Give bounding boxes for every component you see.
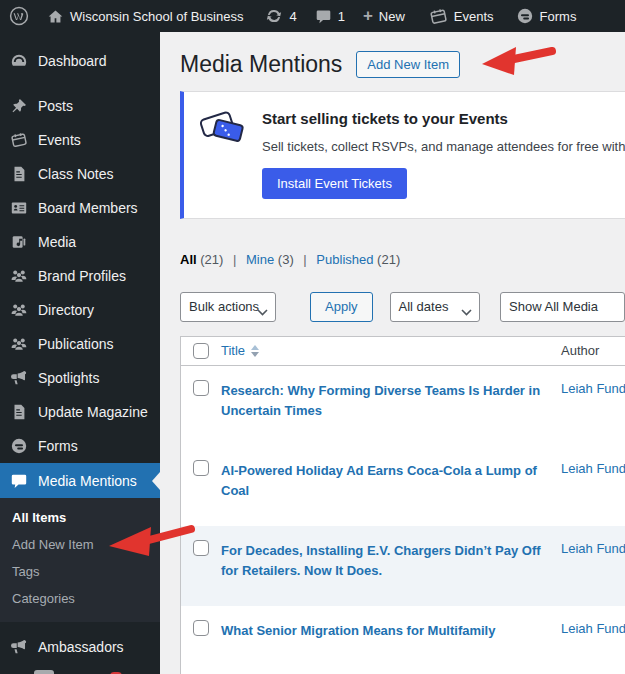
sidebar-item-events[interactable]: Events (0, 123, 160, 157)
sidebar-item-label: Dashboard (38, 53, 107, 69)
update-count: 4 (289, 9, 296, 24)
wordpress-logo-icon (9, 6, 29, 26)
all-dates-select[interactable]: All dates (390, 292, 481, 322)
sidebar-item-spotlights[interactable]: Spotlights (0, 361, 160, 395)
row-author-link[interactable]: Leiah Fund (561, 541, 625, 556)
new-content-menu[interactable]: + New (354, 0, 414, 32)
view-mine-count: (3) (278, 252, 294, 267)
forms-menu[interactable]: Forms (507, 0, 586, 32)
main-content: Media Mentions Add New Item Start sellin… (160, 32, 625, 674)
submenu-item-all-items[interactable]: All Items (0, 504, 160, 531)
select-all-checkbox[interactable] (193, 343, 209, 359)
sidebar-item-class-notes[interactable]: Class Notes (0, 157, 160, 191)
row-title-link[interactable]: For Decades, Installing E.V. Chargers Di… (221, 543, 541, 578)
sort-icon (251, 345, 259, 357)
sidebar-item-ambassadors[interactable]: Ambassadors (0, 630, 160, 664)
submenu-item-categories[interactable]: Categories (0, 585, 160, 612)
submenu-item-tags[interactable]: Tags (0, 558, 160, 585)
sidebar-item-label: Class Notes (38, 166, 113, 182)
events-menu[interactable]: Events (420, 0, 503, 32)
install-event-tickets-button[interactable]: Install Event Tickets (262, 168, 407, 199)
id-card-icon (10, 199, 28, 217)
title-header-label: Title (221, 343, 245, 358)
list-toolbar: Bulk actions Apply All dates Show All Me… (180, 292, 625, 322)
title-column-header[interactable]: Title (221, 343, 259, 358)
banner-heading: Start selling tickets to your Events (262, 110, 625, 127)
all-dates-value: All dates (399, 299, 449, 314)
media-mentions-submenu: All Items Add New Item Tags Categories (0, 498, 160, 622)
document-icon (10, 165, 28, 183)
bulk-actions-select[interactable]: Bulk actions (180, 292, 276, 322)
sidebar-item-forms[interactable]: Forms (0, 429, 160, 463)
forms-icon (10, 437, 28, 455)
updates-menu[interactable]: 4 (256, 0, 305, 32)
table-header-row: Title Author (181, 337, 625, 366)
sidebar-item-media-mentions[interactable]: Media Mentions (0, 463, 160, 498)
sidebar-item-partial (0, 664, 160, 674)
wordpress-logo-menu[interactable] (0, 0, 38, 32)
submenu-item-add-new-item[interactable]: Add New Item (0, 531, 160, 558)
new-link: New (379, 9, 405, 24)
row-checkbox[interactable] (193, 620, 209, 636)
view-published-link[interactable]: Published (316, 252, 373, 267)
sidebar-item-update-magazine[interactable]: Update Magazine (0, 395, 160, 429)
comments-icon (315, 8, 332, 25)
sidebar-item-label: Publications (38, 336, 114, 352)
updates-icon (265, 7, 283, 25)
banner-text: Sell tickets, collect RSVPs, and manage … (262, 139, 625, 154)
sidebar-item-board-members[interactable]: Board Members (0, 191, 160, 225)
apply-button[interactable]: Apply (310, 292, 373, 322)
view-filter-links: All (21) | Mine (3) | Published (21) (180, 252, 625, 267)
view-all-count: (21) (200, 252, 223, 267)
site-menu[interactable]: Wisconsin School of Business (38, 0, 252, 32)
chevron-down-icon (257, 304, 268, 319)
media-filter-select[interactable]: Show All Media (500, 292, 625, 322)
groups-icon (10, 301, 28, 319)
sidebar-item-label: Board Members (38, 200, 138, 216)
comments-menu[interactable]: 1 (306, 0, 354, 32)
view-all-link[interactable]: All (180, 252, 197, 267)
sidebar-item-brand-profiles[interactable]: Brand Profiles (0, 259, 160, 293)
view-published-count: (21) (377, 252, 400, 267)
sidebar-item-dashboard[interactable]: Dashboard (0, 44, 160, 78)
row-title-link[interactable]: AI-Powered Holiday Ad Earns Coca-Cola a … (221, 463, 537, 498)
pushpin-icon (10, 97, 28, 115)
forms-icon (516, 7, 534, 25)
chevron-down-icon (461, 304, 472, 319)
view-mine-link[interactable]: Mine (246, 252, 274, 267)
active-item-arrow (152, 472, 160, 490)
megaphone-icon (10, 369, 28, 387)
add-new-item-button[interactable]: Add New Item (356, 51, 460, 78)
row-author-link[interactable]: Leiah Fund (561, 381, 625, 396)
row-author-link[interactable]: Leiah Fund (561, 461, 625, 476)
sidebar-item-posts[interactable]: Posts (0, 89, 160, 123)
site-name-link: Wisconsin School of Business (70, 9, 243, 24)
sidebar-item-label: Posts (38, 98, 73, 114)
comment-bubble-icon (10, 472, 28, 490)
sidebar-item-label: Ambassadors (38, 639, 124, 655)
megaphone-icon (10, 638, 28, 656)
forms-link: Forms (540, 9, 577, 24)
sidebar-item-label: Media (38, 234, 76, 250)
row-checkbox[interactable] (193, 460, 209, 476)
row-checkbox[interactable] (193, 380, 209, 396)
plus-icon: + (363, 7, 373, 24)
sidebar-item-label: Spotlights (38, 370, 99, 386)
groups-icon (10, 335, 28, 353)
row-author-link[interactable]: Leiah Fund (561, 621, 625, 636)
separator: | (233, 252, 236, 267)
table-row: For Decades, Installing E.V. Chargers Di… (181, 526, 625, 606)
row-title-link[interactable]: Research: Why Forming Diverse Teams Is H… (221, 383, 540, 418)
row-title-link[interactable]: What Senior Migration Means for Multifam… (221, 623, 495, 638)
admin-menu: Dashboard Posts Events Class Notes Board… (0, 32, 160, 674)
sidebar-item-media[interactable]: Media (0, 225, 160, 259)
table-row: Research: Why Forming Diverse Teams Is H… (181, 366, 625, 446)
sidebar-item-label: Media Mentions (38, 473, 137, 489)
sidebar-item-publications[interactable]: Publications (0, 327, 160, 361)
sidebar-item-directory[interactable]: Directory (0, 293, 160, 327)
row-checkbox[interactable] (193, 540, 209, 556)
media-icon (10, 233, 28, 251)
author-column-header: Author (561, 343, 599, 358)
events-calendar-icon (429, 7, 448, 26)
table-row: AI-Powered Holiday Ad Earns Coca-Cola a … (181, 446, 625, 526)
